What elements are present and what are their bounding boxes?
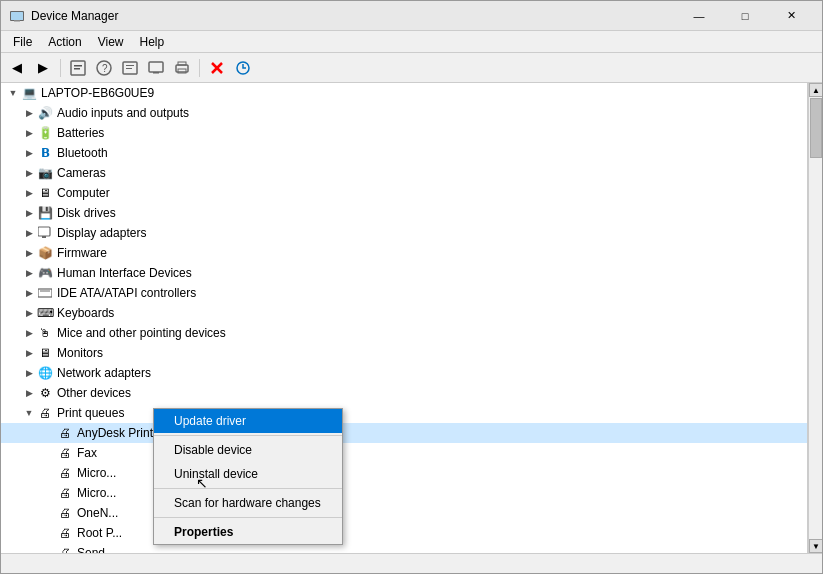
- monitor-button[interactable]: [144, 57, 168, 79]
- svg-rect-19: [38, 227, 50, 236]
- context-menu: Update driver Disable device Uninstall d…: [153, 408, 343, 545]
- uninstall-button[interactable]: [205, 57, 229, 79]
- tree-item-disk[interactable]: ▶ 💾 Disk drives: [1, 203, 807, 223]
- hid-expander[interactable]: ▶: [21, 265, 37, 281]
- maximize-button[interactable]: □: [722, 1, 768, 31]
- cameras-icon: 📷: [37, 165, 53, 181]
- bluetooth-label: Bluetooth: [57, 146, 108, 160]
- scroll-track[interactable]: [809, 97, 822, 539]
- tree-item-print-queues[interactable]: ▼ 🖨 Print queues: [1, 403, 807, 423]
- toolbar-btn-5[interactable]: [118, 57, 142, 79]
- ms2-label: Micro...: [77, 486, 116, 500]
- ctx-update-driver[interactable]: Update driver: [154, 409, 342, 433]
- audio-expander[interactable]: ▶: [21, 105, 37, 121]
- tree-item-audio[interactable]: ▶ 🔊 Audio inputs and outputs: [1, 103, 807, 123]
- tree-item-monitors[interactable]: ▶ 🖥 Monitors: [1, 343, 807, 363]
- other-icon: ⚙: [37, 385, 53, 401]
- computer-expander[interactable]: ▶: [21, 185, 37, 201]
- scan-button[interactable]: [231, 57, 255, 79]
- other-expander[interactable]: ▶: [21, 385, 37, 401]
- send-expander: [41, 545, 57, 553]
- fax-icon: 🖨: [57, 445, 73, 461]
- back-button[interactable]: ◀: [5, 57, 29, 79]
- batteries-label: Batteries: [57, 126, 104, 140]
- keyboards-expander[interactable]: ▶: [21, 305, 37, 321]
- tree-item-root-pdf[interactable]: 🖨 Root P...: [1, 523, 807, 543]
- tree-item-mice[interactable]: ▶ 🖱 Mice and other pointing devices: [1, 323, 807, 343]
- tree-item-computer[interactable]: ▶ 🖥 Computer: [1, 183, 807, 203]
- menu-action[interactable]: Action: [40, 33, 89, 51]
- tree-item-network[interactable]: ▶ 🌐 Network adapters: [1, 363, 807, 383]
- minimize-button[interactable]: —: [676, 1, 722, 31]
- keyboards-label: Keyboards: [57, 306, 114, 320]
- network-expander[interactable]: ▶: [21, 365, 37, 381]
- monitors-label: Monitors: [57, 346, 103, 360]
- hid-icon: 🎮: [37, 265, 53, 281]
- tree-item-anydesk[interactable]: 🖨 AnyDesk Printer: [1, 423, 807, 443]
- print-queues-expander[interactable]: ▼: [21, 405, 37, 421]
- ms1-icon: 🖨: [57, 465, 73, 481]
- tree-item-bluetooth[interactable]: ▶ 𝗕 Bluetooth: [1, 143, 807, 163]
- cameras-expander[interactable]: ▶: [21, 165, 37, 181]
- disk-expander[interactable]: ▶: [21, 205, 37, 221]
- svg-rect-12: [153, 72, 159, 74]
- print-queues-label: Print queues: [57, 406, 124, 420]
- tree-item-batteries[interactable]: ▶ 🔋 Batteries: [1, 123, 807, 143]
- tree-item-firmware[interactable]: ▶ 📦 Firmware: [1, 243, 807, 263]
- tree-item-ide[interactable]: ▶ IDE ATA/ATAPI controllers: [1, 283, 807, 303]
- tree-item-fax[interactable]: 🖨 Fax: [1, 443, 807, 463]
- tree-item-hid[interactable]: ▶ 🎮 Human Interface Devices: [1, 263, 807, 283]
- ide-label: IDE ATA/ATAPI controllers: [57, 286, 196, 300]
- bluetooth-icon: 𝗕: [37, 145, 53, 161]
- monitors-icon: 🖥: [37, 345, 53, 361]
- firmware-expander[interactable]: ▶: [21, 245, 37, 261]
- display-expander[interactable]: ▶: [21, 225, 37, 241]
- mice-icon: 🖱: [37, 325, 53, 341]
- other-label: Other devices: [57, 386, 131, 400]
- firmware-icon: 📦: [37, 245, 53, 261]
- ctx-disable-device[interactable]: Disable device: [154, 438, 342, 462]
- help-button[interactable]: ?: [92, 57, 116, 79]
- ms1-expander: [41, 465, 57, 481]
- properties-button[interactable]: [66, 57, 90, 79]
- root-expander[interactable]: ▼: [5, 85, 21, 101]
- tree-item-other[interactable]: ▶ ⚙ Other devices: [1, 383, 807, 403]
- computer-label: Computer: [57, 186, 110, 200]
- root-node[interactable]: ▼ 💻 LAPTOP-EB6G0UE9: [1, 83, 807, 103]
- tree-item-display[interactable]: ▶ Display adapters: [1, 223, 807, 243]
- mice-label: Mice and other pointing devices: [57, 326, 226, 340]
- scrollbar[interactable]: ▲ ▼: [808, 83, 822, 553]
- scroll-down-button[interactable]: ▼: [809, 539, 822, 553]
- menu-help[interactable]: Help: [132, 33, 173, 51]
- scroll-up-button[interactable]: ▲: [809, 83, 822, 97]
- ctx-properties[interactable]: Properties: [154, 520, 342, 544]
- close-button[interactable]: ✕: [768, 1, 814, 31]
- root-pdf-label: Root P...: [77, 526, 122, 540]
- batteries-expander[interactable]: ▶: [21, 125, 37, 141]
- tree-item-ms2[interactable]: 🖨 Micro...: [1, 483, 807, 503]
- display-label: Display adapters: [57, 226, 146, 240]
- tree-item-send[interactable]: 🖨 Send ...: [1, 543, 807, 553]
- menu-view[interactable]: View: [90, 33, 132, 51]
- tree-item-onenote[interactable]: 🖨 OneN...: [1, 503, 807, 523]
- print-button[interactable]: [170, 57, 194, 79]
- svg-rect-11: [149, 62, 163, 72]
- send-icon: 🖨: [57, 545, 73, 553]
- tree-item-cameras[interactable]: ▶ 📷 Cameras: [1, 163, 807, 183]
- ide-expander[interactable]: ▶: [21, 285, 37, 301]
- monitors-expander[interactable]: ▶: [21, 345, 37, 361]
- menu-file[interactable]: File: [5, 33, 40, 51]
- scroll-thumb[interactable]: [810, 98, 822, 158]
- ctx-uninstall-device[interactable]: Uninstall device: [154, 462, 342, 486]
- network-icon: 🌐: [37, 365, 53, 381]
- device-tree[interactable]: ▼ 💻 LAPTOP-EB6G0UE9 ▶ 🔊 Audio inputs and…: [1, 83, 808, 553]
- mice-expander[interactable]: ▶: [21, 325, 37, 341]
- forward-button[interactable]: ▶: [31, 57, 55, 79]
- ctx-scan-hardware[interactable]: Scan for hardware changes: [154, 491, 342, 515]
- tree-item-keyboards[interactable]: ▶ ⌨ Keyboards: [1, 303, 807, 323]
- tree-item-ms1[interactable]: 🖨 Micro...: [1, 463, 807, 483]
- app-icon: [9, 8, 25, 24]
- bluetooth-expander[interactable]: ▶: [21, 145, 37, 161]
- computer-icon: 💻: [21, 85, 37, 101]
- window-controls: — □ ✕: [676, 1, 814, 31]
